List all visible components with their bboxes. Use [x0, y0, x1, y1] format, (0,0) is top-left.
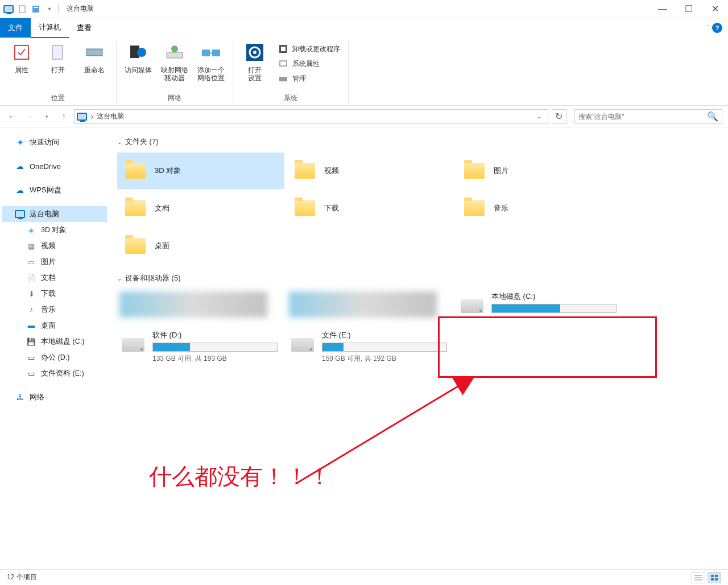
nav-quick-access[interactable]: ✦快速访问	[2, 134, 107, 150]
nav-sub-music-label: 音乐	[41, 305, 56, 315]
ribbon-uninstall[interactable]: 卸载或更改程序	[275, 42, 342, 56]
tab-computer[interactable]: 计算机	[31, 18, 69, 38]
nav-forward[interactable]: →	[23, 110, 36, 123]
view-icons-button[interactable]	[708, 572, 721, 583]
drive-blurred-1[interactable]	[117, 289, 284, 320]
ribbon-open[interactable]: 打开	[42, 41, 74, 91]
chevron-down-icon: ⌄	[117, 275, 122, 282]
settings-icon	[243, 41, 266, 64]
refresh-button[interactable]: ↻	[552, 109, 566, 124]
folders-header[interactable]: ⌄文件夹 (7)	[117, 137, 720, 147]
app-icon[interactable]	[2, 3, 15, 15]
ribbon-sys-props[interactable]: 系统属性	[275, 57, 342, 71]
ribbon-access-media[interactable]: 访问媒体	[122, 41, 154, 91]
nav-sub-desktop[interactable]: ▬桌面	[2, 318, 107, 333]
drive-e[interactable]: 文件 (E:) 159 GB 可用, 共 192 GB	[287, 328, 454, 366]
ribbon-group-location: 属性 打开 重命名 位置	[0, 41, 117, 105]
desktop-icon: ▬	[26, 320, 36, 331]
close-button[interactable]: ✕	[702, 1, 728, 17]
drive-d-text: 133 GB 可用, 共 193 GB	[152, 354, 282, 364]
nav-sub-pictures[interactable]: ▭图片	[2, 254, 107, 270]
svg-rect-5	[86, 49, 102, 56]
nav-sub-3d-label: 3D 对象	[41, 225, 67, 235]
breadcrumb-root[interactable]: 这台电脑	[97, 112, 124, 121]
drive-d[interactable]: 软件 (D:) 133 GB 可用, 共 193 GB	[117, 328, 284, 366]
search-icon[interactable]: 🔍	[707, 111, 718, 122]
nav-sub-e-label: 文件资料 (E:)	[41, 369, 84, 378]
nav-sub-music[interactable]: ♪音乐	[2, 302, 107, 318]
drive-e-icon	[289, 333, 316, 356]
ribbon-properties[interactable]: 属性	[6, 41, 38, 91]
drive-e-icon: ▭	[26, 368, 36, 378]
view-details-button[interactable]	[692, 572, 705, 583]
ribbon-manage[interactable]: 管理	[275, 72, 342, 85]
nav-network[interactable]: 🖧网络	[2, 389, 107, 405]
music-icon: ♪	[26, 304, 36, 315]
status-count: 12 个项目	[7, 572, 37, 582]
svg-rect-18	[280, 61, 287, 66]
folder-3d[interactable]: 3D 对象	[117, 153, 284, 189]
tab-view[interactable]: 查看	[69, 18, 100, 38]
nav-back[interactable]: ←	[6, 110, 19, 123]
chevron-down-icon: ⌄	[117, 139, 122, 145]
drive-c[interactable]: 本地磁盘 (C:)	[456, 289, 623, 320]
nav-onedrive[interactable]: ☁OneDrive	[2, 158, 107, 174]
docs-icon: 📄	[26, 273, 36, 283]
ribbon-add-location[interactable]: 添加一个 网络位置	[195, 41, 227, 91]
folder-pictures[interactable]: 图片	[456, 153, 623, 189]
star-icon: ✦	[15, 137, 25, 147]
devices-header[interactable]: ⌄设备和驱动器 (5)	[117, 273, 720, 283]
nav-sub-d-label: 办公 (D:)	[41, 353, 69, 362]
folder-desktop-icon	[122, 232, 149, 259]
ribbon-collapse-icon[interactable]: ˇ	[707, 25, 709, 31]
search-box[interactable]: 🔍	[574, 109, 722, 124]
folder-docs-label: 文档	[155, 203, 169, 213]
ribbon-group-network-label: 网络	[168, 91, 181, 105]
nav-this-pc[interactable]: 这台电脑	[2, 206, 107, 222]
media-icon	[127, 41, 150, 64]
uninstall-icon	[278, 43, 289, 55]
folder-video-icon	[291, 157, 318, 184]
tab-file[interactable]: 文件	[0, 18, 31, 38]
nav-recent-dropdown[interactable]: ▾	[40, 110, 53, 123]
address-dropdown-icon[interactable]: ⌄	[533, 113, 545, 120]
ribbon-open-settings[interactable]: 打开 设置	[239, 41, 271, 91]
svg-rect-27	[715, 578, 718, 580]
ribbon-group-system: 打开 设置 卸载或更改程序 系统属性 管理 系统	[233, 41, 349, 105]
svg-point-7	[137, 48, 146, 57]
nav-sub-3d[interactable]: ◈3D 对象	[2, 222, 107, 238]
address-box[interactable]: › 这台电脑 ⌄	[74, 109, 548, 124]
svg-rect-10	[202, 50, 210, 56]
nav-sub-docs[interactable]: 📄文档	[2, 270, 107, 286]
help-icon[interactable]: ?	[712, 23, 722, 33]
ribbon-rename[interactable]: 重命名	[78, 41, 110, 91]
nav-wps-label: WPS网盘	[30, 185, 61, 195]
folder-desktop[interactable]: 桌面	[117, 228, 284, 264]
drive-c-icon	[458, 295, 486, 318]
folder-music[interactable]: 音乐	[456, 190, 623, 226]
map-drive-icon	[163, 41, 186, 64]
nav-sub-c[interactable]: 💾本地磁盘 (C:)	[2, 333, 107, 349]
nav-pane: ✦快速访问 ☁OneDrive ☁WPS网盘 这台电脑 ◈3D 对象 ▦视频 ▭…	[0, 127, 109, 568]
search-input[interactable]	[578, 113, 707, 121]
nav-up[interactable]: ↑	[57, 110, 71, 123]
maximize-button[interactable]: ☐	[676, 1, 702, 17]
folder-docs[interactable]: 文档	[117, 190, 284, 226]
qat-dropdown-icon[interactable]: ▼	[43, 3, 56, 15]
nav-sub-e[interactable]: ▭文件资料 (E:)	[2, 365, 107, 381]
drive-blurred-2[interactable]	[287, 289, 454, 320]
qat-file-icon[interactable]	[16, 3, 28, 15]
ribbon-map-drive[interactable]: 映射网络 驱动器	[159, 41, 191, 91]
nav-sub-video[interactable]: ▦视频	[2, 238, 107, 254]
folder-video[interactable]: 视频	[287, 153, 454, 189]
qat-properties-icon[interactable]	[30, 3, 42, 15]
minimize-button[interactable]: —	[650, 1, 676, 17]
video-icon: ▦	[26, 241, 36, 251]
folder-download[interactable]: 下载	[287, 190, 454, 226]
nav-sub-d[interactable]: ▭办公 (D:)	[2, 349, 107, 365]
nav-wps[interactable]: ☁WPS网盘	[2, 182, 107, 198]
nav-sub-download[interactable]: ⬇下载	[2, 286, 107, 302]
ribbon-add-location-label: 添加一个 网络位置	[197, 66, 225, 83]
ribbon-access-media-label: 访问媒体	[125, 66, 152, 74]
properties-icon	[10, 41, 33, 64]
